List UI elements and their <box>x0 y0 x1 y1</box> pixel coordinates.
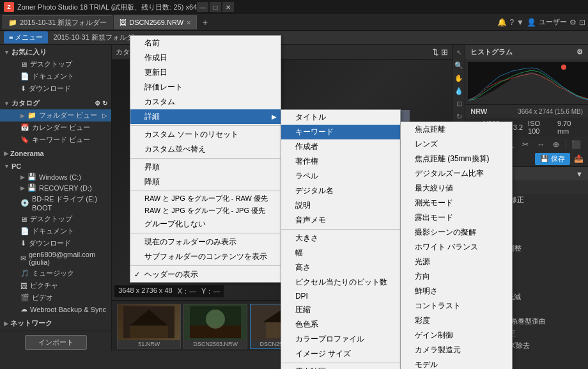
favorites-section[interactable]: ▼ お気に入り <box>0 46 111 58</box>
share-button[interactable]: 📤 <box>571 152 585 165</box>
thumbnail-1[interactable]: DSCN2563.NRW <box>183 304 247 349</box>
exif-lens[interactable]: レンズ <box>401 137 512 152</box>
sidebar-item-recovery[interactable]: ▶ 💾 RECOVERY (D:) <box>0 182 111 193</box>
exif-max-aperture[interactable]: 最大絞り値 <box>401 181 512 196</box>
tab-file[interactable]: 🖼 DSCN2569.NRW ✕ <box>114 15 197 29</box>
sub-bpp[interactable]: ピクセル当たりのビット数 <box>281 275 400 290</box>
menu-desc[interactable]: 降順 <box>130 175 281 189</box>
exif-saturation[interactable]: 彩度 <box>401 313 512 328</box>
sub-author[interactable]: 作成者 <box>281 139 400 154</box>
import-button[interactable]: インポート <box>25 335 87 350</box>
menu-no-group[interactable]: グループ化しない <box>130 217 281 232</box>
maximize-button[interactable]: □ <box>210 2 221 12</box>
close-button[interactable]: ✕ <box>222 2 234 12</box>
menu-asc[interactable]: 昇順 <box>130 160 281 175</box>
menu-show-sub[interactable]: サブフォルダーのコンテンツを表示 <box>130 249 281 264</box>
menu-item-name[interactable]: 名前 <box>130 36 281 51</box>
resize-icon[interactable]: ⊡ <box>579 18 585 27</box>
sub-compression[interactable]: 圧縮 <box>281 302 400 317</box>
minimize-button[interactable]: — <box>197 2 208 12</box>
catalog-sync-icon[interactable]: ↻ <box>102 100 107 107</box>
menu-show-current[interactable]: 現在のフォルダーのみ表示 <box>130 235 281 249</box>
exif-custom-render[interactable]: カメラ製造元 <box>401 343 512 357</box>
exif-scene-capture[interactable]: 撮影シーンの擬解 <box>401 225 512 240</box>
tool-eyedropper[interactable]: 💧 <box>453 84 465 97</box>
triangle-icon[interactable]: ▼ <box>516 18 524 27</box>
sidebar-item-desktop[interactable]: 🖥 デスクトップ <box>0 58 111 70</box>
sub-exposure-time[interactable]: 露出時間 <box>281 365 400 369</box>
expand-icon[interactable]: ▷ <box>102 112 107 119</box>
sidebar-item-downloads2[interactable]: ⬇ ダウンロード <box>0 237 111 249</box>
menu-custom-sort[interactable]: カスタム並べ替え <box>130 142 281 157</box>
menu-sort-reset[interactable]: カスタム ソートのリセット <box>130 127 281 142</box>
sub-image-size[interactable]: イメージ サイズ <box>281 347 400 361</box>
zonerama-section[interactable]: ▶ Zonerama <box>0 148 111 159</box>
exif-exposure-mode[interactable]: 露出モード <box>401 210 512 225</box>
menu-show-header[interactable]: ✓ ヘッダーの表示 <box>130 267 281 282</box>
sub-dpi[interactable]: DPI <box>281 290 400 302</box>
sub-label[interactable]: ラベル <box>281 169 400 184</box>
tool-rt-5[interactable]: ↔ <box>534 138 548 151</box>
sidebar-item-documents[interactable]: 📄 ドキュメント <box>0 70 111 82</box>
histogram-header[interactable]: ヒストグラム ⚙ <box>465 45 588 59</box>
exif-focal-35[interactable]: 焦点距離 (35mm換算) <box>401 152 512 166</box>
sub-width[interactable]: 幅 <box>281 246 400 260</box>
tool-rt-7[interactable]: ⬛ <box>569 138 583 151</box>
pc-section[interactable]: ▼ PC <box>0 161 111 171</box>
sub-title[interactable]: タイトル <box>281 110 400 125</box>
exif-orientation[interactable]: 方向 <box>401 269 512 284</box>
sidebar-item-downloads[interactable]: ⬇ ダウンロード <box>0 82 111 95</box>
sub-color-space[interactable]: 色色系 <box>281 317 400 332</box>
exif-model[interactable]: モデル <box>401 357 512 369</box>
help-icon[interactable]: ? <box>509 18 514 27</box>
thumbnail-0[interactable]: 51.NRW <box>117 304 181 349</box>
exif-white-balance[interactable]: ホワイト バランス <box>401 240 512 255</box>
sidebar-item-bd-re[interactable]: 💿 BD-RE ドライブ (E:) BOOT <box>0 193 111 213</box>
tab-add-button[interactable]: + <box>198 15 212 29</box>
view-icon[interactable]: ⊞ <box>441 47 448 57</box>
sub-digital-name[interactable]: デジタル名 <box>281 184 400 198</box>
sub-color-profile[interactable]: カラープロファイル <box>281 332 400 347</box>
sub-copyright[interactable]: 著作権 <box>281 154 400 169</box>
sidebar-item-calendar-view[interactable]: 📅 カレンダー ビュー <box>0 122 111 134</box>
sidebar-item-desktop2[interactable]: 🖥 デスクトップ <box>0 213 111 225</box>
exif-light-source[interactable]: 光源 <box>401 255 512 269</box>
sidebar-item-windows[interactable]: ▶ 💾 Windows (C:) <box>0 171 111 182</box>
tool-rotate[interactable]: ↻ <box>453 110 465 123</box>
tool-zoom[interactable]: 🔍 <box>453 59 465 72</box>
catalog-section[interactable]: ▼ カタログ ⚙ ↻ <box>0 97 111 109</box>
menu-raw-jpg-raw[interactable]: RAW と JPG をグループ化 - RAW 優先 <box>130 192 281 205</box>
exif-sharpness[interactable]: 鮮明さ <box>401 284 512 299</box>
exif-metering[interactable]: 測光モード <box>401 196 512 210</box>
catalog-settings-icon[interactable]: ⚙ <box>95 100 100 107</box>
nav-icon[interactable]: ⇅ <box>432 47 439 57</box>
menu-main[interactable]: ≡ メニュー <box>4 31 48 43</box>
tool-rt-4[interactable]: ✂ <box>518 138 532 151</box>
sidebar-item-folder-view[interactable]: ▶ 📁 フォルダー ビュー ▷ <box>0 109 111 122</box>
sidebar-item-documents2[interactable]: 📄 ドキュメント <box>0 225 111 237</box>
user-icon[interactable]: 👤 <box>527 18 536 27</box>
menu-item-details[interactable]: 詳細 ▶ タイトル キーワード 作成者 著作権 <box>130 109 281 124</box>
menu-item-custom[interactable]: カスタム <box>130 95 281 109</box>
sidebar-item-keyword-view[interactable]: 🔖 キーワード ビュー <box>0 134 111 146</box>
tool-pan[interactable]: ✋ <box>453 72 465 84</box>
menu-item-modified[interactable]: 更新日 <box>130 65 281 80</box>
tool-crop[interactable]: ⊡ <box>453 97 465 110</box>
sub-size[interactable]: 大きさ <box>281 231 400 246</box>
tab-close-icon[interactable]: ✕ <box>186 19 191 26</box>
sidebar-item-music[interactable]: 🎵 ミュージック <box>0 267 111 279</box>
tool-rt-6[interactable]: ⊕ <box>549 138 563 151</box>
histogram-settings-icon[interactable]: ⚙ <box>576 48 583 56</box>
save-button[interactable]: 💾 保存 <box>535 153 570 165</box>
exif-focal-len[interactable]: 焦点距離 <box>401 122 512 137</box>
menu-item-created[interactable]: 作成日 <box>130 51 281 65</box>
menu-raw-jpg-jpg[interactable]: RAW と JPG をグループ化 - JPG 優先 <box>130 205 281 217</box>
sidebar-item-video[interactable]: 🎬 ビデオ <box>0 292 111 304</box>
sidebar-item-webroot[interactable]: ☁ Webroot Backup & Sync <box>0 304 111 315</box>
exif-digital-zoom[interactable]: デジタルズーム比率 <box>401 166 512 181</box>
tool-cursor[interactable]: ↖ <box>453 46 465 59</box>
network-section[interactable]: ▶ ネットワーク <box>0 317 111 329</box>
sidebar-item-pictures[interactable]: 🖼 ピクチャ <box>0 279 111 292</box>
notification-icon[interactable]: 🔔 <box>497 18 507 27</box>
exif-gain-ctrl[interactable]: ゲイン制御 <box>401 328 512 343</box>
